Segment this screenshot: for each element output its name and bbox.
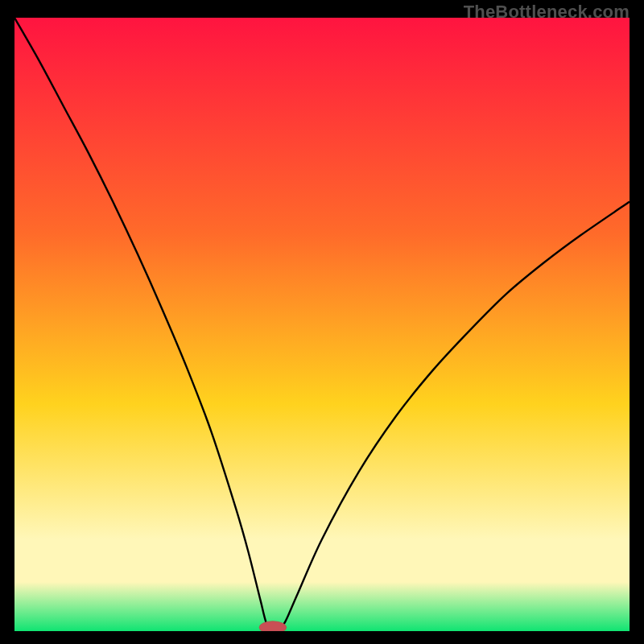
chart-plot-area	[14, 18, 630, 631]
optimum-marker-icon	[259, 621, 287, 631]
watermark-text: TheBottleneck.com	[464, 2, 630, 23]
chart-svg	[14, 18, 630, 631]
chart-frame: TheBottleneck.com	[0, 0, 644, 644]
